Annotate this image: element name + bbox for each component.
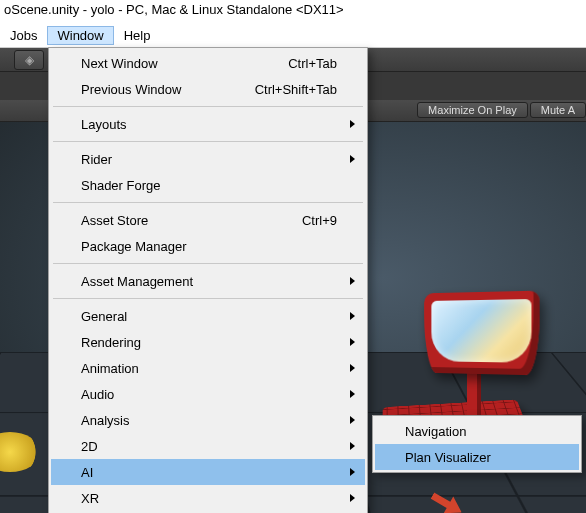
menu-item-label: 2D <box>81 439 337 454</box>
window-menu-item[interactable]: Package Manager <box>51 233 365 259</box>
window-menu-item[interactable]: Next WindowCtrl+Tab <box>51 50 365 76</box>
maximize-on-play-button[interactable]: Maximize On Play <box>417 102 528 118</box>
ai-submenu-item[interactable]: Navigation <box>375 418 579 444</box>
chevron-right-icon <box>350 338 355 346</box>
window-menu-dropdown: Next WindowCtrl+TabPrevious WindowCtrl+S… <box>48 47 368 513</box>
chevron-right-icon <box>350 364 355 372</box>
menu-item-label: General <box>81 309 337 324</box>
chevron-right-icon <box>350 155 355 163</box>
menu-item-label: Shader Forge <box>81 178 337 193</box>
chevron-right-icon <box>350 494 355 502</box>
window-menu-item[interactable]: Previous WindowCtrl+Shift+Tab <box>51 76 365 102</box>
menu-separator <box>53 141 363 142</box>
window-menu-item[interactable]: Asset Management <box>51 268 365 294</box>
window-menu-item[interactable]: Shader Forge <box>51 172 365 198</box>
menu-window[interactable]: Window <box>47 26 113 45</box>
chevron-right-icon <box>350 468 355 476</box>
window-menu-item[interactable]: General <box>51 303 365 329</box>
menu-help[interactable]: Help <box>114 26 161 45</box>
window-menu-item[interactable]: Rendering <box>51 329 365 355</box>
menu-item-label: Plan Visualizer <box>405 450 551 465</box>
menu-item-label: Layouts <box>81 117 337 132</box>
window-title-bar: oScene.unity - yolo - PC, Mac & Linux St… <box>0 0 586 24</box>
menu-item-shortcut: Ctrl+Tab <box>288 56 337 71</box>
menu-item-label: Previous Window <box>81 82 221 97</box>
menu-bar: Jobs Window Help <box>0 24 586 48</box>
chevron-right-icon <box>350 390 355 398</box>
chevron-right-icon <box>350 312 355 320</box>
mute-audio-button[interactable]: Mute A <box>530 102 586 118</box>
window-menu-item[interactable]: 2D <box>51 433 365 459</box>
menu-item-label: Rendering <box>81 335 337 350</box>
window-menu-item[interactable]: AI <box>51 459 365 485</box>
menu-item-label: Next Window <box>81 56 254 71</box>
menu-separator <box>53 202 363 203</box>
chevron-right-icon <box>350 442 355 450</box>
menu-item-label: XR <box>81 491 337 506</box>
ai-submenu-dropdown: NavigationPlan Visualizer <box>372 415 582 473</box>
menu-item-label: Navigation <box>405 424 551 439</box>
window-menu-item[interactable]: Animation <box>51 355 365 381</box>
menu-separator <box>53 106 363 107</box>
menu-separator <box>53 263 363 264</box>
window-menu-item[interactable]: Analysis <box>51 407 365 433</box>
menu-item-label: Audio <box>81 387 337 402</box>
window-menu-item[interactable]: Audio <box>51 381 365 407</box>
menu-item-shortcut: Ctrl+9 <box>302 213 337 228</box>
window-menu-item[interactable]: Asset StoreCtrl+9 <box>51 207 365 233</box>
cube-icon: ◈ <box>25 53 34 67</box>
menu-item-label: Animation <box>81 361 337 376</box>
menu-item-label: AI <box>81 465 337 480</box>
chevron-right-icon <box>350 277 355 285</box>
chevron-right-icon <box>350 416 355 424</box>
menu-item-shortcut: Ctrl+Shift+Tab <box>255 82 337 97</box>
window-title: oScene.unity - yolo - PC, Mac & Linux St… <box>4 2 344 17</box>
menu-separator <box>53 298 363 299</box>
menu-item-label: Analysis <box>81 413 337 428</box>
menu-item-label: Asset Store <box>81 213 268 228</box>
window-menu-item[interactable]: Layouts <box>51 111 365 137</box>
menu-item-label: Package Manager <box>81 239 337 254</box>
menu-item-label: Rider <box>81 152 337 167</box>
window-menu-item[interactable]: Rider <box>51 146 365 172</box>
menu-jobs[interactable]: Jobs <box>0 26 47 45</box>
ai-submenu-item[interactable]: Plan Visualizer <box>375 444 579 470</box>
window-menu-item[interactable]: XR <box>51 485 365 511</box>
menu-item-label: Asset Management <box>81 274 337 289</box>
gizmo-cube-button[interactable]: ◈ <box>14 50 44 70</box>
chevron-right-icon <box>350 120 355 128</box>
